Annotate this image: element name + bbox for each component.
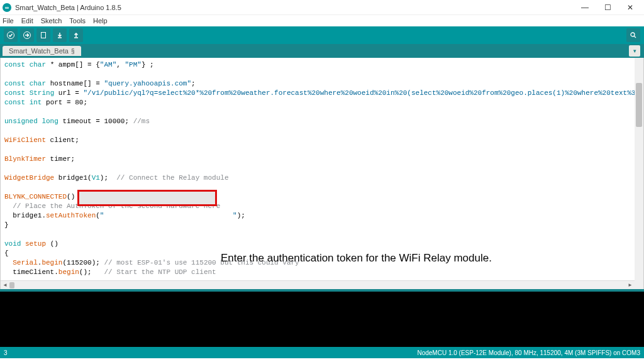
window-title: Smart_Watch_Beta | Arduino 1.8.5 <box>15 4 574 11</box>
statusbar: 3 NodeMCU 1.0 (ESP-12E Module), 80 MHz, … <box>0 347 644 358</box>
scroll-corner <box>635 280 643 289</box>
serial-monitor-button[interactable] <box>626 28 640 42</box>
menu-tools[interactable]: Tools <box>69 17 86 25</box>
menu-sketch[interactable]: Sketch <box>41 17 62 25</box>
window-buttons: — ☐ ✕ <box>574 1 641 14</box>
tab-sketch[interactable]: Smart_Watch_Beta <box>3 46 81 56</box>
editor-area: const char * ampm[] = {"AM", "PM"} ; con… <box>0 58 644 289</box>
scroll-track[interactable] <box>9 281 626 290</box>
tab-label: Smart_Watch_Beta <box>9 47 69 55</box>
tabbar: Smart_Watch_Beta ▾ <box>0 44 644 58</box>
annotation-highlight <box>77 190 217 206</box>
scroll-right-icon[interactable]: ► <box>626 281 635 290</box>
close-button[interactable]: ✕ <box>619 1 641 14</box>
scroll-left-icon[interactable]: ◄ <box>1 281 9 290</box>
arduino-icon <box>3 3 11 12</box>
status-board: NodeMCU 1.0 (ESP-12E Module), 80 MHz, 11… <box>417 349 640 356</box>
open-button[interactable] <box>53 28 67 42</box>
modified-indicator <box>71 47 75 55</box>
tab-menu-button[interactable]: ▾ <box>629 45 640 57</box>
minimize-button[interactable]: — <box>574 1 596 14</box>
menubar: File Edit Sketch Tools Help <box>0 15 644 26</box>
scroll-thumb[interactable] <box>9 282 14 288</box>
code-editor[interactable]: const char * ampm[] = {"AM", "PM"} ; con… <box>1 58 643 280</box>
menu-file[interactable]: File <box>3 17 14 25</box>
vertical-scrollbar[interactable] <box>635 58 643 280</box>
new-button[interactable] <box>36 28 50 42</box>
svg-rect-2 <box>42 33 46 38</box>
svg-point-3 <box>631 33 635 36</box>
scroll-thumb[interactable] <box>636 83 642 127</box>
verify-button[interactable] <box>4 28 18 42</box>
titlebar: Smart_Watch_Beta | Arduino 1.8.5 — ☐ ✕ <box>0 0 644 15</box>
status-line: 3 <box>4 349 417 356</box>
console[interactable] <box>0 292 644 347</box>
menu-edit[interactable]: Edit <box>21 17 33 25</box>
save-button[interactable] <box>69 28 83 42</box>
horizontal-scrollbar[interactable]: ◄ ► <box>1 280 635 289</box>
toolbar <box>0 26 644 44</box>
annotation-text: Enter the authentication token for the W… <box>221 252 492 265</box>
upload-button[interactable] <box>20 28 34 42</box>
menu-help[interactable]: Help <box>93 17 108 25</box>
maximize-button[interactable]: ☐ <box>596 1 619 14</box>
